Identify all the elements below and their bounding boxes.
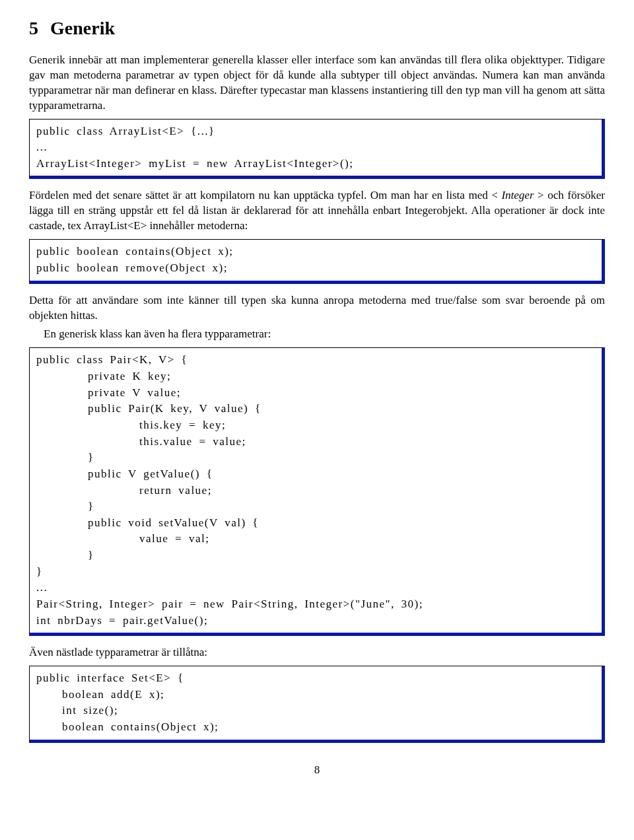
paragraph-intro: Generik innebär att man implementerar ge… — [29, 53, 605, 114]
code-block-pair: public class Pair<K, V> { private K key;… — [29, 347, 605, 636]
para2-a: Fördelen med det senare sättet är att ko… — [29, 189, 501, 201]
paragraph-multiple-params: En generisk klass kan även ha flera typp… — [29, 327, 605, 342]
paragraph-nested: Även nästlade typparametrar är tillåtna: — [29, 645, 605, 660]
paragraph-explanation: Detta för att användare som inte känner … — [29, 293, 605, 324]
paragraph-advantage: Fördelen med det senare sättet är att ko… — [29, 188, 605, 234]
section-number: 5 — [29, 18, 38, 38]
code-block-set: public interface Set<E> { boolean add(E … — [29, 666, 605, 743]
page-number: 8 — [29, 763, 605, 778]
code-block-methods: public boolean contains(Object x); publi… — [29, 239, 605, 283]
code-block-arraylist: public class ArrayList<E> {...} ... Arra… — [29, 119, 605, 180]
section-heading: 5Generik — [29, 16, 605, 41]
para2-ital: Integer — [501, 189, 534, 201]
section-title: Generik — [50, 18, 115, 38]
